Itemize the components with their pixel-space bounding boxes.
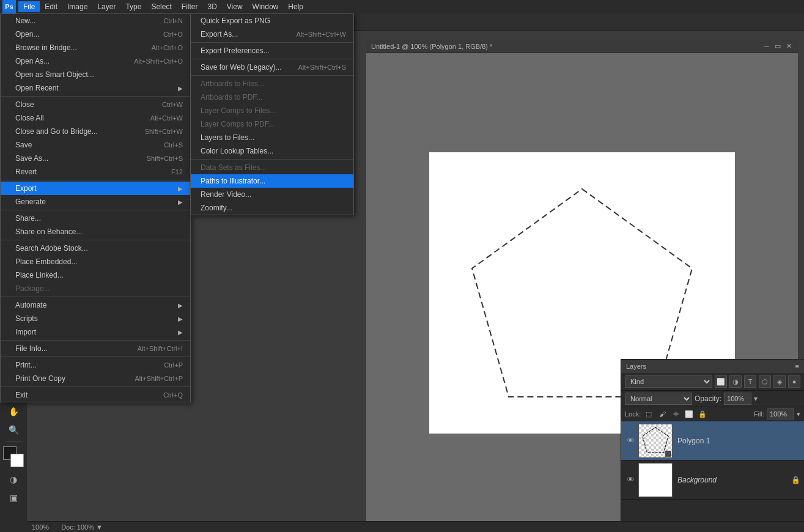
layers-panel: Layers ≡ Kind ⬜ ◑ T ⬠ ◈ ● Normal Opacity… <box>621 359 804 521</box>
opacity-input[interactable] <box>724 393 751 405</box>
menu-share[interactable]: Share... <box>1 212 190 225</box>
layer-shape-icon[interactable]: ⬠ <box>759 375 771 388</box>
menu-search-stock[interactable]: Search Adobe Stock... <box>1 242 190 255</box>
menu-new[interactable]: New...Ctrl+N <box>1 14 190 28</box>
menu-image[interactable]: Image <box>62 1 92 12</box>
canvas-maximize-btn[interactable]: ▭ <box>773 42 782 51</box>
menu-sep-2 <box>1 180 190 180</box>
lock-artboard-btn[interactable]: ⬜ <box>684 408 695 419</box>
hand-tool[interactable]: ✋ <box>5 403 22 420</box>
menu-save[interactable]: SaveCtrl+S <box>1 138 190 152</box>
menu-sep-6 <box>1 340 190 341</box>
export-render-video[interactable]: Render Video... <box>191 188 353 201</box>
fg-bg-colors[interactable] <box>3 446 24 467</box>
menu-open-as[interactable]: Open As...Alt+Shift+Ctrl+O <box>1 54 190 68</box>
menu-open[interactable]: Open...Ctrl+O <box>1 28 190 41</box>
menu-share-behance[interactable]: Share on Behance... <box>1 225 190 238</box>
menu-sep-1 <box>1 96 190 97</box>
layers-blend-row: Normal Opacity: ▾ <box>621 391 804 407</box>
menu-file[interactable]: File <box>18 1 40 12</box>
fill-input[interactable] <box>767 408 794 419</box>
layer-visibility-polygon1[interactable]: 👁 <box>625 436 636 445</box>
export-layers-files[interactable]: Layers to Files... <box>191 131 353 144</box>
menu-place-linked[interactable]: Place Linked... <box>1 268 190 282</box>
menu-window[interactable]: Window <box>248 1 284 12</box>
export-zoomify[interactable]: Zoomify... <box>191 201 353 215</box>
layer-visibility-background[interactable]: 👁 <box>625 475 636 484</box>
menu-automate[interactable]: Automate <box>1 298 190 312</box>
canvas-minimize-btn[interactable]: ─ <box>762 42 771 51</box>
menu-layer[interactable]: Layer <box>92 1 120 12</box>
menu-help[interactable]: Help <box>283 1 308 12</box>
export-sep-4 <box>191 159 353 160</box>
menu-browse-bridge[interactable]: Browse in Bridge...Alt+Ctrl+O <box>1 41 190 54</box>
layer-adjust-icon[interactable]: ◑ <box>729 375 742 388</box>
fill-label: Fill: <box>754 410 764 418</box>
status-info: Doc: 100% ▼ <box>61 523 103 531</box>
export-paths-illustrator[interactable]: Paths to Illustrator... <box>191 174 353 188</box>
menu-3d[interactable]: 3D <box>202 1 221 12</box>
export-submenu: Quick Export as PNG Export As...Alt+Shif… <box>190 13 354 215</box>
lock-transparent-btn[interactable]: ⬚ <box>643 408 654 419</box>
menu-select[interactable]: Select <box>146 1 176 12</box>
layer-row-background[interactable]: 👁 Background 🔒 <box>621 460 804 500</box>
layer-pixel-icon[interactable]: ⬜ <box>715 375 727 388</box>
export-sep-1 <box>191 42 353 43</box>
quick-mask-btn[interactable]: ◑ <box>5 471 22 488</box>
opacity-dropdown-icon[interactable]: ▾ <box>754 394 758 403</box>
menu-view[interactable]: View <box>222 1 248 12</box>
menu-file-info[interactable]: File Info...Alt+Shift+Ctrl+I <box>1 342 190 355</box>
svg-marker-1 <box>643 427 668 452</box>
menu-import[interactable]: Import <box>1 325 190 339</box>
lock-all-btn[interactable]: 🔒 <box>697 408 708 419</box>
layer-type-icon[interactable]: T <box>744 375 756 388</box>
menu-sep-3 <box>1 210 190 210</box>
lock-image-btn[interactable]: 🖌 <box>657 408 668 419</box>
menu-close-all[interactable]: Close AllAlt+Ctrl+W <box>1 111 190 125</box>
canvas-title: Untitled-1 @ 100% (Polygon 1, RGB/8) * <box>371 43 492 50</box>
export-export-as[interactable]: Export As...Alt+Shift+Ctrl+W <box>191 28 353 41</box>
menu-revert[interactable]: RevertF12 <box>1 165 190 179</box>
blend-mode-select[interactable]: Normal <box>625 393 692 405</box>
menu-filter[interactable]: Filter <box>177 1 203 12</box>
lock-position-btn[interactable]: ✛ <box>670 408 681 419</box>
export-save-web[interactable]: Save for Web (Legacy)...Alt+Shift+Ctrl+S <box>191 61 353 74</box>
menu-open-smart[interactable]: Open as Smart Object... <box>1 68 190 81</box>
menu-close[interactable]: CloseCtrl+W <box>1 98 190 111</box>
background-color[interactable] <box>10 454 24 467</box>
export-color-lookup[interactable]: Color Lookup Tables... <box>191 144 353 158</box>
menu-edit[interactable]: Edit <box>40 1 62 12</box>
menu-exit[interactable]: ExitCtrl+Q <box>1 388 190 402</box>
menu-print-one-copy[interactable]: Print One CopyAlt+Shift+Ctrl+P <box>1 372 190 385</box>
layer-name-background: Background <box>677 476 717 484</box>
screen-mode[interactable]: ▣ <box>5 489 22 506</box>
menu-scripts[interactable]: Scripts <box>1 312 190 325</box>
export-data-sets: Data Sets as Files... <box>191 161 353 174</box>
menu-generate[interactable]: Generate <box>1 195 190 209</box>
menu-print[interactable]: Print...Ctrl+P <box>1 358 190 372</box>
menu-type[interactable]: Type <box>120 1 146 12</box>
export-sep-3 <box>191 75 353 76</box>
menu-sep-4 <box>1 240 190 240</box>
menu-open-recent[interactable]: Open Recent <box>1 81 190 95</box>
menu-place-embedded[interactable]: Place Embedded... <box>1 255 190 268</box>
menu-close-go-bridge[interactable]: Close and Go to Bridge...Shift+Ctrl+W <box>1 125 190 138</box>
layer-row-polygon1[interactable]: 👁 ⬠ Polygon 1 <box>621 421 804 460</box>
menu-save-as[interactable]: Save As...Shift+Ctrl+S <box>1 152 190 165</box>
status-zoom: 100% <box>32 523 49 531</box>
layers-kind-select[interactable]: Kind <box>625 375 712 388</box>
menu-export[interactable]: Export <box>1 182 190 195</box>
canvas-titlebar-btns: ─ ▭ ✕ <box>762 42 793 51</box>
zoom-tool[interactable]: 🔍 <box>5 421 22 438</box>
layer-mode-icon[interactable]: ● <box>788 375 800 388</box>
fill-dropdown-icon[interactable]: ▾ <box>797 410 800 418</box>
export-preferences[interactable]: Export Preferences... <box>191 44 353 57</box>
export-quick-png[interactable]: Quick Export as PNG <box>191 14 353 28</box>
canvas-close-btn[interactable]: ✕ <box>784 42 793 51</box>
ps-logo: Ps <box>2 0 16 13</box>
layers-panel-menu-icon[interactable]: ≡ <box>795 363 799 370</box>
layer-lock-background: 🔒 <box>791 476 800 484</box>
export-artboards-pdf: Artboards to PDF... <box>191 91 353 104</box>
export-sep-2 <box>191 59 353 59</box>
layer-smart-icon[interactable]: ◈ <box>773 375 786 388</box>
